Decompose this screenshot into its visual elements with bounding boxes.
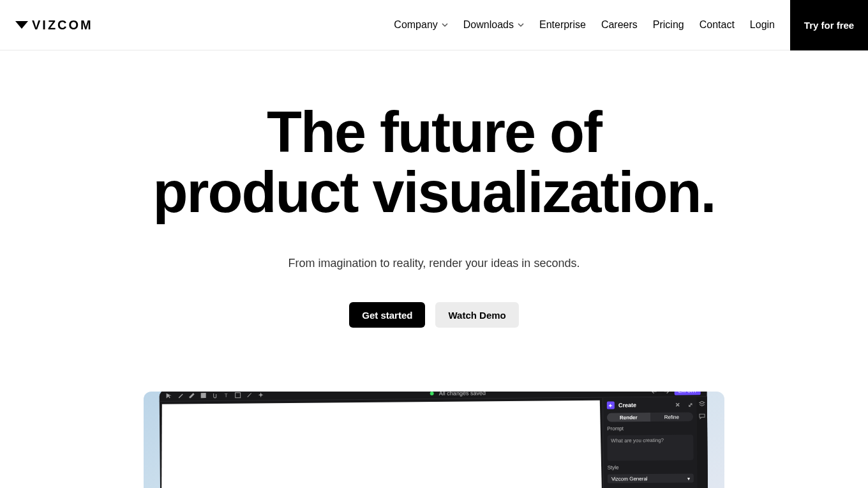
svg-marker-0 [15,21,28,29]
hero-title-line2: product visualization. [153,160,715,224]
nav-careers-label: Careers [601,19,638,31]
export-button[interactable]: EXPORT [675,392,701,395]
chevron-down-icon: ▾ [687,475,690,481]
prompt-input[interactable]: What are you creating? [607,435,693,461]
product-app-window: T All changes saved EXPORT [160,392,709,488]
hero-actions: Get started Watch Demo [0,302,868,328]
app-header: VIZCOM Company Downloads Enterprise Care… [0,0,868,50]
redo-icon[interactable] [663,392,670,394]
app-body: ✦ Create ✕ ⤢ Render Refine Prompt What a… [160,397,709,488]
create-panel: ✦ Create ✕ ⤢ Render Refine Prompt What a… [602,397,699,488]
mode-segmented-control: Render Refine [607,413,693,422]
sparkle-icon: ✦ [607,402,615,409]
right-rail [697,397,709,488]
svg-text:T: T [225,393,228,399]
nav-login[interactable]: Login [750,19,775,31]
status-saved-label: All changes saved [439,392,486,396]
hand-icon[interactable] [212,392,218,399]
app-canvas[interactable] [161,400,604,488]
pen-icon[interactable] [177,392,184,399]
vizcom-logo-icon [15,19,28,31]
svg-rect-1 [201,393,206,398]
create-panel-title: Create [618,402,636,408]
primary-nav: Company Downloads Enterprise Careers Pri… [394,19,775,31]
brand-logo-text: VIZCOM [32,18,93,33]
nav-careers[interactable]: Careers [601,19,638,31]
expand-icon[interactable]: ⤢ [688,402,693,408]
sparkle-icon[interactable] [258,392,264,398]
nav-downloads-label: Downloads [463,19,514,31]
titlebar-left-tools: T [166,392,264,399]
get-started-button[interactable]: Get started [349,302,425,328]
nav-pricing[interactable]: Pricing [653,19,684,31]
get-started-label: Get started [362,310,412,321]
nav-pricing-label: Pricing [653,19,684,31]
nav-downloads[interactable]: Downloads [463,19,524,31]
hero-subtitle: From imagination to reality, render your… [0,257,868,270]
style-label: Style [608,464,694,471]
text-icon[interactable]: T [223,392,230,398]
chevron-down-icon [518,22,524,28]
export-label: EXPORT [678,392,697,393]
watch-demo-label: Watch Demo [448,310,505,321]
svg-rect-3 [236,392,241,397]
hero-title: The future of product visualization. [0,103,868,222]
prompt-label: Prompt [607,425,693,432]
layers-icon[interactable] [699,400,705,407]
gradient-icon[interactable] [200,392,207,399]
nav-enterprise-label: Enterprise [539,19,586,31]
try-free-button[interactable]: Try for free [790,0,868,50]
close-icon[interactable]: ✕ [675,402,680,408]
nav-company-label: Company [394,19,437,31]
eyedropper-icon[interactable] [246,392,253,398]
nav-contact-label: Contact [700,19,735,31]
hero-section: The future of product visualization. Fro… [0,50,868,328]
nav-enterprise[interactable]: Enterprise [539,19,586,31]
pencil-icon[interactable] [189,392,195,399]
undo-icon[interactable] [652,392,658,395]
nav-login-label: Login [750,19,775,31]
cursor-icon[interactable] [166,392,172,399]
segment-refine[interactable]: Refine [650,413,693,422]
segment-render[interactable]: Render [607,413,650,422]
hero-title-line1: The future of [267,100,601,164]
product-screenshot-stage: T All changes saved EXPORT [144,392,724,488]
watch-demo-button[interactable]: Watch Demo [435,302,518,328]
style-dropdown[interactable]: Vizcom General ▾ [608,474,694,484]
style-dropdown-value: Vizcom General [611,476,648,482]
segment-refine-label: Refine [664,414,679,420]
nav-contact[interactable]: Contact [700,19,735,31]
try-free-label: Try for free [804,20,854,31]
chevron-down-icon [442,22,448,28]
segment-render-label: Render [620,415,638,420]
brand-logo[interactable]: VIZCOM [15,17,93,33]
status-saved-icon [430,392,434,395]
nav-company[interactable]: Company [394,19,447,31]
comment-icon[interactable] [699,413,705,420]
shape-icon[interactable] [235,392,241,398]
